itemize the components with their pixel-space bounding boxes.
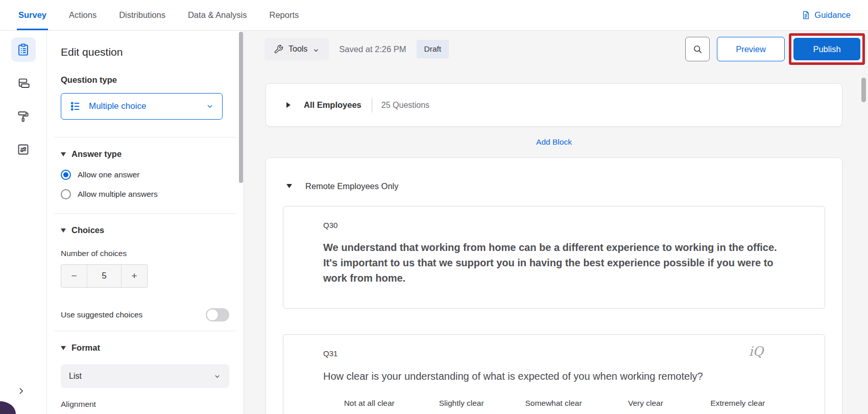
scale-option: Not at all clear xyxy=(323,399,415,414)
nav-tab-survey[interactable]: Survey xyxy=(18,0,46,30)
nav-tab-distributions[interactable]: Distributions xyxy=(119,0,165,30)
scale-label: Very clear xyxy=(628,399,663,408)
tools-label: Tools xyxy=(288,44,307,54)
edit-question-panel: Edit question Question type Multiple cho… xyxy=(47,31,244,414)
sidebar-item-survey-flow[interactable] xyxy=(11,71,36,95)
suggested-choices-toggle[interactable] xyxy=(206,308,229,321)
radio-allow-multiple-answers[interactable]: Allow multiple answers xyxy=(61,189,229,199)
scale-option: Very clear xyxy=(599,399,691,414)
question-type-heading: Question type xyxy=(61,75,229,85)
guidance-link[interactable]: Guidance xyxy=(801,0,851,30)
survey-content: All Employees 25 Questions Add Block Rem… xyxy=(266,83,842,414)
scale-label: Extremely clear xyxy=(710,399,765,408)
top-nav: Survey Actions Distributions Data & Anal… xyxy=(0,0,868,31)
tools-dropdown-button[interactable]: Tools xyxy=(264,38,329,60)
block-header[interactable]: Remote Employees Only xyxy=(286,173,822,199)
guidance-doc-icon xyxy=(801,10,811,20)
triangle-down-icon xyxy=(61,346,66,350)
block-remote-employees: Remote Employees Only Q30 We understand … xyxy=(266,157,842,414)
divider xyxy=(54,331,236,331)
saved-status-text: Saved at 2:26 PM xyxy=(339,44,406,54)
expand-panel-button[interactable] xyxy=(16,386,26,398)
radio-label: Allow multiple answers xyxy=(78,190,158,199)
scale-label: Slightly clear xyxy=(439,399,484,408)
radio-selected-icon xyxy=(61,170,71,180)
question-text: We understand that working from home can… xyxy=(323,240,783,286)
alignment-label: Alignment xyxy=(61,400,229,409)
format-value: List xyxy=(69,372,82,381)
panel-scrollbar[interactable] xyxy=(239,32,243,183)
chevron-down-icon xyxy=(213,373,221,380)
main-area: Tools Saved at 2:26 PM Draft Preview Pub… xyxy=(244,31,868,414)
sidebar-item-survey-options[interactable] xyxy=(11,137,36,162)
triangle-down-icon[interactable] xyxy=(286,184,292,188)
blocks-icon xyxy=(16,76,30,90)
divider xyxy=(54,213,236,214)
corner-decoration xyxy=(0,401,16,414)
vertical-divider xyxy=(372,98,372,112)
scale-option: Extremely clear xyxy=(692,399,784,414)
guidance-label: Guidance xyxy=(814,10,851,20)
sidebar-item-survey-builder[interactable] xyxy=(11,37,36,62)
nav-tab-reports[interactable]: Reports xyxy=(270,0,299,30)
chevron-down-icon xyxy=(206,102,214,110)
sidebar-item-look-and-feel[interactable] xyxy=(11,104,36,128)
question-text: How clear is your understanding of what … xyxy=(323,369,784,383)
suggested-choices-label: Use suggested choices xyxy=(61,310,142,319)
left-icon-rail xyxy=(0,31,47,414)
format-section-toggle[interactable]: Format xyxy=(61,343,229,353)
wrench-icon xyxy=(274,44,283,54)
settings-sliders-icon xyxy=(16,143,30,156)
main-scrollbar[interactable] xyxy=(861,78,866,102)
app-body: Edit question Question type Multiple cho… xyxy=(0,31,868,414)
add-block-link[interactable]: Add Block xyxy=(266,137,842,147)
nav-tab-data-analysis[interactable]: Data & Analysis xyxy=(188,0,247,30)
decrease-choices-button[interactable]: − xyxy=(61,265,87,287)
search-icon xyxy=(692,44,703,55)
chevron-down-icon xyxy=(312,45,320,53)
multiple-choice-icon xyxy=(69,100,82,112)
choices-section-toggle[interactable]: Choices xyxy=(61,225,229,235)
format-heading: Format xyxy=(71,343,100,353)
question-card-q30[interactable]: Q30 We understand that working from home… xyxy=(283,206,825,309)
scale-option: Somewhat clear xyxy=(508,399,599,414)
publish-button[interactable]: Publish xyxy=(793,38,860,60)
triangle-right-icon[interactable] xyxy=(286,102,291,108)
preview-button[interactable]: Preview xyxy=(717,37,785,61)
question-id: Q31 xyxy=(323,349,784,358)
block-title: Remote Employees Only xyxy=(305,181,399,191)
survey-toolbar: Tools Saved at 2:26 PM Draft Preview Pub… xyxy=(244,31,868,67)
answer-scale-row: Not at all clear Slightly clear Somewhat… xyxy=(323,399,784,414)
question-type-dropdown[interactable]: Multiple choice xyxy=(61,93,223,120)
scale-label: Somewhat clear xyxy=(525,399,582,408)
radio-label: Allow one answer xyxy=(78,170,139,179)
block-question-count: 25 Questions xyxy=(381,101,429,110)
block-title: All Employees xyxy=(304,100,361,110)
choices-heading: Choices xyxy=(71,225,104,235)
nav-tab-actions[interactable]: Actions xyxy=(69,0,97,30)
answer-type-section-toggle[interactable]: Answer type xyxy=(61,149,229,159)
radio-allow-one-answer[interactable]: Allow one answer xyxy=(61,170,229,180)
draft-status-badge: Draft xyxy=(417,40,449,58)
panel-title: Edit question xyxy=(61,46,229,58)
nav-tabs: Survey Actions Distributions Data & Anal… xyxy=(18,0,299,30)
answer-type-heading: Answer type xyxy=(71,149,122,159)
triangle-down-icon xyxy=(61,152,66,156)
clipboard-list-icon xyxy=(16,43,30,57)
search-button[interactable] xyxy=(685,37,710,61)
number-of-choices-label: Number of choices xyxy=(61,249,229,258)
scale-label: Not at all clear xyxy=(344,399,395,408)
triangle-down-icon xyxy=(61,228,66,233)
question-card-q31[interactable]: Q31 iQ How clear is your understanding o… xyxy=(283,334,825,414)
question-type-value: Multiple choice xyxy=(89,101,206,111)
increase-choices-button[interactable]: + xyxy=(122,265,147,287)
question-id: Q30 xyxy=(323,221,784,229)
scale-option: Slightly clear xyxy=(415,399,507,414)
divider xyxy=(54,137,236,137)
choices-count-value: 5 xyxy=(87,265,122,287)
iq-score-icon: iQ xyxy=(749,344,764,359)
block-all-employees[interactable]: All Employees 25 Questions xyxy=(266,83,842,127)
chevron-right-icon xyxy=(16,386,26,396)
format-select[interactable]: List xyxy=(61,364,229,388)
toggle-knob xyxy=(206,309,219,321)
